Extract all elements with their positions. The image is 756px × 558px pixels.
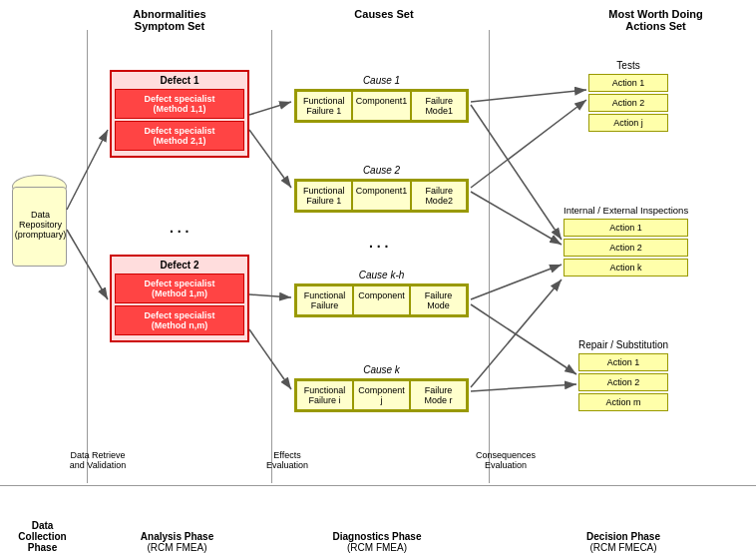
cause1-wrapper: Cause 1 FunctionalFailure 1 Component1 F…	[294, 75, 469, 123]
phase-diag-sub: (RCM FMEA)	[277, 542, 477, 553]
causek-label: Cause k	[294, 364, 469, 375]
mid-label-effects: EffectsEvaluation	[247, 450, 327, 470]
causekh-cell3: FailureMode	[410, 285, 467, 315]
causekh-box: FunctionalFailure Component FailureMode	[294, 283, 469, 317]
causek-wrapper: Cause k FunctionalFailure i Component j …	[294, 364, 469, 412]
cause2-cell2: Component1	[352, 181, 412, 211]
causekh-wrapper: Cause k-h FunctionalFailure Component Fa…	[294, 270, 469, 317]
causek-cell3: FailureMode r	[410, 380, 467, 410]
phase-analysis-main: Analysis Phase	[95, 531, 259, 542]
causekh-label: Cause k-h	[294, 270, 469, 280]
svg-line-11	[471, 265, 562, 299]
diagram-container: AbnormalitiesSymptom Set Causes Set Most…	[0, 0, 756, 558]
phase-data-collection: DataCollectionPhase	[5, 520, 80, 553]
cause2-cell1: FunctionalFailure 1	[296, 181, 352, 211]
phase-decision: Decision Phase (RCM FMECA)	[499, 531, 748, 553]
causek-box: FunctionalFailure i Component j FailureM…	[294, 378, 469, 412]
cause1-box: FunctionalFailure 1 Component1 FailureMo…	[294, 89, 469, 123]
inspections-action1: Action 1	[564, 219, 688, 237]
cause2-inner: FunctionalFailure 1 Component1 FailureMo…	[296, 181, 467, 211]
svg-line-8	[471, 105, 562, 240]
causek-inner: FunctionalFailure i Component j FailureM…	[296, 380, 467, 410]
data-repository: Data Repository (promptuary)	[12, 175, 67, 275]
cause1-cell3: FailureMode1	[411, 91, 467, 121]
phase-dec-sub: (RCM FMECA)	[499, 542, 748, 553]
inspections-title: Internal / External Inspections	[564, 205, 688, 216]
cylinder-body: Data Repository (promptuary)	[12, 187, 67, 267]
section-title-causes: Causes Set	[294, 8, 474, 20]
cause2-wrapper: Cause 2 FunctionalFailure 1 Component1 F…	[294, 165, 469, 213]
causek-cell2: Component j	[353, 380, 410, 410]
cause2-box: FunctionalFailure 1 Component1 FailureMo…	[294, 179, 469, 213]
svg-line-12	[471, 304, 576, 374]
cause1-cell1: FunctionalFailure 1	[296, 91, 352, 121]
tests-action1: Action 1	[588, 74, 668, 92]
vline-3	[489, 30, 490, 483]
phase-analysis-sub: (RCM FMEA)	[95, 542, 259, 553]
vline-1	[87, 30, 88, 483]
svg-line-6	[249, 329, 291, 389]
svg-line-5	[249, 294, 291, 297]
vline-2	[271, 30, 272, 483]
repair-actionm: Action m	[578, 393, 668, 411]
defect1-title: Defect 1	[115, 75, 244, 86]
action-group-inspections: Internal / External Inspections Action 1…	[564, 205, 688, 279]
inspections-action2: Action 2	[564, 239, 688, 257]
defect-group-2: Defect 2 Defect specialist(Method 1,m) D…	[110, 255, 249, 342]
phase-dc-main: DataCollectionPhase	[5, 520, 80, 553]
section-title-abnormalities: AbnormalitiesSymptom Set	[105, 8, 234, 32]
tests-action2: Action 2	[588, 94, 668, 112]
defect-dots: . . .	[170, 220, 189, 236]
repo-label3: (promptuary)	[15, 230, 67, 240]
cause1-cell2: Component1	[352, 91, 412, 121]
phase-analysis: Analysis Phase (RCM FMEA)	[95, 531, 259, 553]
bottom-hline	[0, 485, 756, 486]
cause-dots: . . .	[369, 235, 388, 251]
section-title-actions: Most Worth DoingActions Set	[564, 8, 748, 32]
causekh-inner: FunctionalFailure Component FailureMode	[296, 285, 467, 315]
action-group-tests: Tests Action 1 Action 2 Action j	[588, 60, 668, 134]
defect2-title: Defect 2	[115, 260, 244, 271]
tests-actionj: Action j	[588, 114, 668, 132]
phase-diagnostics: Diagnostics Phase (RCM FMEA)	[277, 531, 477, 553]
repair-action1: Action 1	[578, 353, 668, 371]
cause1-label: Cause 1	[294, 75, 469, 86]
defect2-specialist1: Defect specialist(Method 1,m)	[115, 274, 244, 303]
tests-title: Tests	[588, 60, 668, 71]
defect2-specialist2: Defect specialist(Method n,m)	[115, 305, 244, 335]
repo-label1: Data	[31, 210, 50, 220]
mid-label-consequences: ConsequencesEvaluation	[461, 450, 551, 470]
defect1-specialist1: Defect specialist(Method 1,1)	[115, 89, 244, 119]
svg-line-4	[249, 130, 291, 188]
repo-label2: Repository	[19, 220, 62, 230]
svg-line-13	[471, 384, 576, 391]
repair-title: Repair / Substitution	[578, 339, 668, 350]
action-group-repair: Repair / Substitution Action 1 Action 2 …	[578, 339, 668, 413]
phase-diag-main: Diagnostics Phase	[277, 531, 477, 542]
repair-action2: Action 2	[578, 373, 668, 391]
mid-label-data-retrieve: Data Retrieveand Validation	[58, 450, 138, 470]
cylinder-label: Data Repository (promptuary)	[13, 210, 68, 240]
cause1-inner: FunctionalFailure 1 Component1 FailureMo…	[296, 91, 467, 121]
svg-line-10	[471, 192, 562, 245]
svg-line-14	[471, 279, 562, 387]
cause2-cell3: FailureMode2	[411, 181, 467, 211]
causekh-cell2: Component	[353, 285, 410, 315]
svg-line-3	[249, 102, 291, 115]
defect-group-1: Defect 1 Defect specialist(Method 1,1) D…	[110, 70, 249, 158]
cause2-label: Cause 2	[294, 165, 469, 176]
causekh-cell1: FunctionalFailure	[296, 285, 353, 315]
causek-cell1: FunctionalFailure i	[296, 380, 353, 410]
defect1-specialist2: Defect specialist(Method 2,1)	[115, 121, 244, 151]
phase-dec-main: Decision Phase	[499, 531, 748, 542]
inspections-actionk: Action k	[564, 259, 688, 277]
